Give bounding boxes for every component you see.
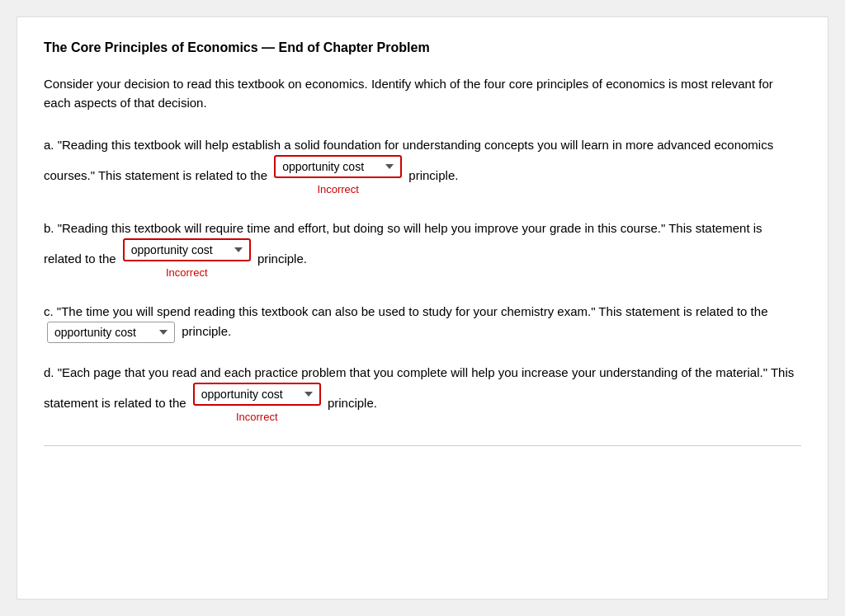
question-a-text: a. "Reading this textbook will help esta… xyxy=(44,135,801,199)
question-d-text-after: principle. xyxy=(328,396,377,410)
question-b-select[interactable]: opportunity cost marginal thinking trade… xyxy=(123,238,251,261)
question-a-text-after: principle. xyxy=(408,168,458,182)
question-d-block: d. "Each page that you read and each pra… xyxy=(44,363,801,426)
question-c-text: c. "The time you will spend reading this… xyxy=(44,302,801,343)
question-d-feedback: Incorrect xyxy=(236,409,278,426)
question-d-select-wrapper: opportunity cost marginal thinking trade… xyxy=(193,383,321,426)
question-b-text-after: principle. xyxy=(257,252,307,266)
question-d-text: d. "Each page that you read and each pra… xyxy=(44,363,801,426)
question-d-label: d. xyxy=(44,365,54,379)
page-title: The Core Principles of Economics — End o… xyxy=(44,40,801,55)
question-a-block: a. "Reading this textbook will help esta… xyxy=(44,135,801,199)
question-c-label: c. xyxy=(44,304,54,318)
question-d-select[interactable]: opportunity cost marginal thinking trade… xyxy=(193,383,321,406)
question-b-block: b. "Reading this textbook will require t… xyxy=(44,219,801,282)
question-a-select[interactable]: opportunity cost marginal thinking trade… xyxy=(274,155,402,178)
intro-text: Consider your decision to read this text… xyxy=(44,75,801,112)
question-a-label: a. xyxy=(44,138,54,152)
question-b-text: b. "Reading this textbook will require t… xyxy=(44,219,801,282)
question-b-label: b. xyxy=(44,221,54,235)
question-b-feedback: Incorrect xyxy=(166,265,208,282)
question-c-text-before: "The time you will spend reading this te… xyxy=(57,304,768,318)
question-c-text-after: principle. xyxy=(182,324,231,338)
question-d-text-before: "Each page that you read and each practi… xyxy=(44,365,794,410)
question-b-select-wrapper: opportunity cost marginal thinking trade… xyxy=(123,238,251,282)
question-c-block: c. "The time you will spend reading this… xyxy=(44,302,801,343)
question-c-select[interactable]: opportunity cost marginal thinking trade… xyxy=(47,322,175,343)
page-container: The Core Principles of Economics — End o… xyxy=(17,16,828,600)
question-a-feedback: Incorrect xyxy=(317,181,359,199)
bottom-divider xyxy=(44,445,801,446)
question-c-select-wrapper: opportunity cost marginal thinking trade… xyxy=(47,322,175,343)
question-a-select-wrapper: opportunity cost marginal thinking trade… xyxy=(274,155,402,199)
